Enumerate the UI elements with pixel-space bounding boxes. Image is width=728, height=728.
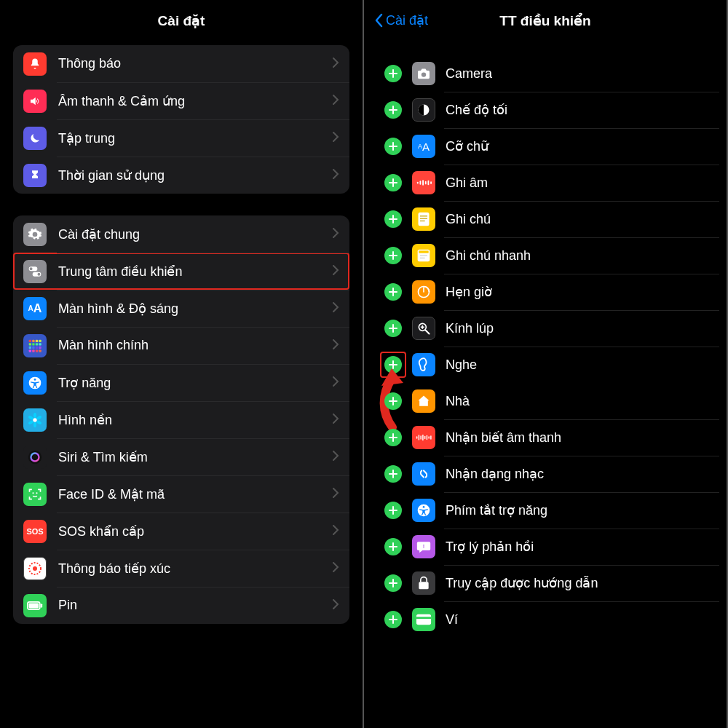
svg-rect-18	[36, 349, 38, 352]
settings-row-faceid[interactable]: Face ID & Mật mã	[13, 475, 349, 513]
settings-scroll[interactable]: Thông báoÂm thanh & Cảm ứngTập trungThời…	[0, 41, 363, 728]
control-row-quicknote[interactable]: Ghi chú nhanh	[371, 237, 719, 274]
settings-row-notifications[interactable]: Thông báo	[13, 45, 349, 82]
control-center-icon	[23, 260, 47, 283]
svg-rect-71	[419, 582, 428, 589]
add-button[interactable]	[384, 538, 402, 555]
control-row-home[interactable]: Nhà	[371, 383, 719, 419]
control-row-guided[interactable]: Truy cập được hướng dẫn	[371, 565, 719, 601]
nav-title: Cài đặt	[158, 12, 205, 29]
control-row-label: Hẹn giờ	[446, 284, 711, 300]
add-button[interactable]	[384, 174, 402, 191]
settings-row-siri[interactable]: Siri & Tìm kiếm	[13, 438, 349, 475]
chevron-right-icon	[333, 58, 339, 71]
settings-row-wallpaper[interactable]: Hình nền	[13, 401, 349, 438]
svg-rect-64	[427, 435, 427, 440]
svg-rect-6	[36, 339, 38, 341]
add-button[interactable]	[384, 101, 402, 119]
svg-rect-14	[36, 346, 38, 348]
control-row-notes[interactable]: Ghi chú	[371, 201, 719, 237]
settings-row-focus[interactable]: Tập trung	[13, 119, 349, 157]
siri-icon	[23, 446, 47, 469]
control-row-music-recog[interactable]: Nhận dạng nhạc	[371, 456, 719, 492]
control-row-hearing[interactable]: Nghe	[371, 347, 719, 383]
add-button[interactable]	[384, 392, 402, 410]
plus-icon	[389, 615, 397, 624]
svg-rect-12	[29, 346, 31, 348]
camera-icon	[412, 62, 435, 85]
add-button[interactable]	[384, 210, 402, 228]
svg-point-69	[423, 506, 425, 508]
music-recog-icon	[412, 462, 435, 486]
sos-icon: SOS	[23, 520, 47, 543]
darkmode-icon	[412, 98, 435, 122]
add-button[interactable]	[384, 138, 402, 155]
control-row-label: Cỡ chữ	[446, 138, 711, 154]
chevron-right-icon	[333, 169, 339, 182]
control-row-label: Trợ lý phản hồi	[446, 539, 711, 555]
settings-row-label: Thông báo tiếp xúc	[58, 561, 333, 577]
add-button[interactable]	[384, 429, 402, 446]
control-row-voicememo[interactable]: Ghi âm	[371, 165, 719, 201]
svg-point-31	[32, 492, 33, 494]
control-row-timer[interactable]: Hẹn giờ	[371, 274, 719, 310]
control-center-scroll[interactable]: CameraChế độ tốiAACỡ chữGhi âmGhi chúGhi…	[364, 41, 727, 728]
settings-row-exposure[interactable]: Thông báo tiếp xúc	[13, 550, 349, 587]
add-button[interactable]	[384, 356, 402, 373]
settings-row-general[interactable]: Cài đặt chung	[13, 215, 349, 253]
svg-point-34	[33, 566, 37, 571]
settings-row-screentime[interactable]: Thời gian sử dụng	[13, 157, 349, 194]
sounds-icon	[23, 90, 47, 113]
control-center-screen: Cài đặt TT điều khiển CameraChế độ tốiAA…	[364, 0, 728, 728]
settings-row-label: Màn hình & Độ sáng	[58, 301, 333, 317]
settings-row-sounds[interactable]: Âm thanh & Cảm ứng	[13, 82, 349, 119]
svg-rect-43	[425, 181, 427, 185]
settings-row-homescreen[interactable]: Màn hình chính	[13, 327, 349, 364]
svg-rect-10	[36, 343, 38, 345]
svg-point-21	[34, 379, 36, 381]
control-row-label: Chế độ tối	[446, 102, 711, 118]
control-row-label: Ghi chú	[446, 212, 711, 227]
settings-row-display[interactable]: AAMàn hình & Độ sáng	[13, 290, 349, 327]
control-row-sound-recog[interactable]: Nhận biết âm thanh	[371, 419, 719, 456]
add-button[interactable]	[384, 465, 402, 483]
settings-row-sos[interactable]: SOSSOS khẩn cấp	[13, 513, 349, 550]
faceid-icon	[23, 483, 47, 506]
add-button[interactable]	[384, 283, 402, 301]
back-label: Cài đặt	[386, 12, 428, 28]
plus-icon	[389, 106, 397, 114]
chevron-right-icon	[333, 339, 339, 352]
control-row-darkmode[interactable]: Chế độ tối	[371, 92, 719, 128]
plus-icon	[389, 397, 397, 405]
chevron-right-icon	[333, 525, 339, 538]
add-button[interactable]	[384, 320, 402, 337]
control-row-camera[interactable]: Camera	[371, 55, 719, 92]
add-button[interactable]	[384, 247, 402, 264]
add-button[interactable]	[384, 502, 402, 519]
back-button[interactable]: Cài đặt	[374, 0, 428, 41]
settings-row-control-center[interactable]: Trung tâm điều khiển	[13, 253, 349, 290]
control-row-magnifier[interactable]: Kính lúp	[371, 310, 719, 347]
control-row-wallet[interactable]: Ví	[371, 601, 719, 638]
settings-row-accessibility[interactable]: Trợ năng	[13, 364, 349, 401]
add-button[interactable]	[384, 611, 402, 628]
chevron-right-icon	[333, 302, 339, 315]
svg-rect-45	[430, 181, 432, 184]
feedback-icon: !	[412, 535, 435, 558]
svg-rect-46	[419, 213, 430, 226]
control-row-textsize[interactable]: AACỡ chữ	[371, 128, 719, 165]
control-row-feedback[interactable]: !Trợ lý phản hồi	[371, 529, 719, 565]
add-button[interactable]	[384, 65, 402, 82]
plus-icon	[389, 215, 397, 223]
plus-icon	[389, 433, 397, 442]
plus-icon	[389, 178, 397, 187]
control-row-label: Phím tắt trợ năng	[446, 502, 711, 518]
settings-row-battery[interactable]: Pin	[13, 587, 349, 624]
svg-rect-44	[428, 181, 430, 185]
chevron-right-icon	[333, 95, 339, 108]
svg-rect-40	[417, 182, 419, 184]
svg-rect-66	[430, 435, 431, 440]
add-button[interactable]	[384, 574, 402, 592]
control-row-accessibility-sc[interactable]: Phím tắt trợ năng	[371, 492, 719, 529]
plus-icon	[389, 506, 397, 515]
